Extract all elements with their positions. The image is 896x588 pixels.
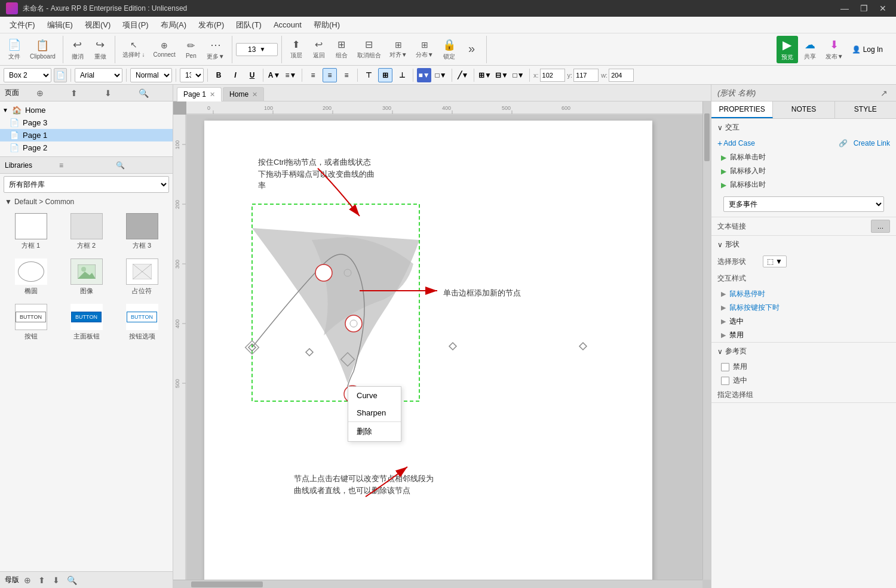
search-page-button[interactable]: 🔍 <box>136 87 168 99</box>
align-button[interactable]: ⊞ 对齐▼ <box>386 38 411 61</box>
ref-selected-checkbox[interactable] <box>721 377 729 385</box>
w-input[interactable] <box>609 69 634 82</box>
padding-button[interactable]: □▼ <box>511 68 526 82</box>
menu-project[interactable]: 项目(P) <box>118 18 153 32</box>
login-button[interactable]: 👤 Log In <box>848 44 886 56</box>
shape-section-header[interactable]: ∨ 形状 <box>711 236 896 253</box>
context-menu-sharpen[interactable]: Sharpen <box>348 404 401 421</box>
context-menu[interactable]: Curve Sharpen 删除 <box>348 386 401 442</box>
connect-button[interactable]: ⊕ Connect <box>150 39 179 60</box>
undo-button[interactable]: ↩ 撤消 <box>67 36 88 63</box>
widget-placeholder[interactable]: 占位符 <box>116 256 168 298</box>
canvas-scrollbar-horizontal[interactable] <box>173 580 702 588</box>
masters-up-button[interactable]: ⬆ <box>36 574 48 586</box>
back-button[interactable]: ↩ 返回 <box>308 37 330 61</box>
ref-disabled-checkbox[interactable] <box>721 363 729 371</box>
fill-color-button[interactable]: ■▼ <box>417 68 431 82</box>
to-top-button[interactable]: ⬆ 顶层 <box>286 37 307 61</box>
style-mousedown[interactable]: ▶ 鼠标按键按下时 <box>711 301 896 315</box>
list-button[interactable]: ≡▼ <box>284 68 298 82</box>
menu-publish[interactable]: 发布(P) <box>194 18 229 32</box>
more-events-select[interactable]: 更多事件 <box>723 196 884 212</box>
shape-select-button[interactable]: ⬚ ▼ <box>763 255 787 267</box>
distribute-button[interactable]: ⊞ 分布▼ <box>412 38 437 61</box>
event-mouse-out[interactable]: ▶ 鼠标移出时 <box>711 178 896 192</box>
widget-image[interactable]: 图像 <box>60 256 112 298</box>
masters-search-button[interactable]: 🔍 <box>65 574 79 586</box>
widget-ellipse[interactable]: 椭圆 <box>5 256 57 298</box>
scroll-thumb-h[interactable] <box>191 581 263 587</box>
style-hover[interactable]: ▶ 鼠标悬停时 <box>711 287 896 301</box>
menu-team[interactable]: 团队(T) <box>231 18 266 32</box>
widget-name-select[interactable]: Box 2 <box>4 68 51 82</box>
page-home[interactable]: ▼ 🏠 Home <box>0 104 173 116</box>
masters-add-button[interactable]: ⊕ <box>22 574 33 586</box>
text-link-button[interactable]: … <box>871 220 890 233</box>
canvas-content[interactable]: 0 100 200 300 400 500 600 <box>173 101 711 588</box>
lib-dropdown[interactable]: 所有部件库 <box>4 176 169 193</box>
redo-button[interactable]: ↪ 重做 <box>90 36 111 63</box>
align-center-button[interactable]: ≡ <box>323 68 337 82</box>
lib-menu-button[interactable]: ≡ <box>57 160 111 171</box>
group-button[interactable]: ⊞ 组合 <box>331 37 352 61</box>
page-page1[interactable]: 📄 Page 1 <box>0 129 173 141</box>
widget-box1[interactable]: 方框 1 <box>5 211 57 253</box>
clipboard-button[interactable]: 📋 Clipboard <box>26 37 59 61</box>
style-selected[interactable]: ▶ 选中 <box>711 315 896 328</box>
zoom-selector[interactable]: 13 ▼ <box>236 43 278 56</box>
title-controls[interactable]: — ❐ ✕ <box>837 1 890 16</box>
select-tool-button[interactable]: ↖ 选择时 ↓ <box>119 38 149 61</box>
create-link-button[interactable]: Create Link <box>854 139 890 147</box>
align-right-button[interactable]: ≡ <box>339 68 354 82</box>
publish-button[interactable]: ⬇ 发布▼ <box>822 36 847 63</box>
event-mouse-click[interactable]: ▶ 鼠标单击时 <box>711 150 896 164</box>
tab-page1-close[interactable]: ✕ <box>210 91 215 98</box>
x-input[interactable] <box>540 69 565 82</box>
tab-properties[interactable]: PROPERTIES <box>711 101 773 118</box>
tab-page1[interactable]: Page 1 ✕ <box>177 87 222 101</box>
context-menu-delete[interactable]: 删除 <box>348 422 401 441</box>
underline-button[interactable]: U <box>245 68 259 82</box>
border-color-button[interactable]: □▼ <box>434 68 448 82</box>
tab-home-close[interactable]: ✕ <box>252 91 257 98</box>
widget-box2[interactable]: 方框 2 <box>60 211 112 253</box>
add-case-button[interactable]: + Add Case <box>717 138 755 148</box>
menu-account[interactable]: Account <box>269 19 306 31</box>
masters-down-button[interactable]: ⬇ <box>50 574 62 586</box>
page-up-button[interactable]: ⬆ <box>68 87 100 99</box>
font-size-select[interactable]: 13 <box>180 68 204 82</box>
italic-button[interactable]: I <box>228 68 243 82</box>
lock-button[interactable]: 🔒 锁定 <box>438 36 460 63</box>
font-style-select[interactable]: Normal <box>130 68 172 82</box>
valign-bot-button[interactable]: ⊥ <box>395 68 409 82</box>
event-mouse-over[interactable]: ▶ 鼠标移入时 <box>711 164 896 178</box>
page-down-button[interactable]: ⬇ <box>102 87 134 99</box>
tab-style[interactable]: STYLE <box>835 101 896 118</box>
page-page2[interactable]: 📄 Page 2 <box>0 141 173 154</box>
scroll-thumb-v[interactable] <box>704 113 710 161</box>
inspector-detach-button[interactable]: ↗ <box>878 87 890 99</box>
more-button[interactable]: » <box>461 40 483 59</box>
close-button[interactable]: ✕ <box>876 1 890 16</box>
menu-help[interactable]: 帮助(H) <box>309 18 345 32</box>
canvas-drawing-area[interactable]: 按住Ctrl拖动节点，或者曲线状态下拖动手柄端点可以改变曲线的曲率 单击边框添加… <box>186 115 711 588</box>
widget-box3[interactable]: 方框 3 <box>116 211 168 253</box>
menu-view[interactable]: 视图(V) <box>80 18 115 32</box>
widget-button-default[interactable]: BUTTON 按钮 <box>5 301 57 343</box>
ungroup-button[interactable]: ⊟ 取消组合 <box>354 37 385 61</box>
add-page-button[interactable]: ⊕ <box>34 87 66 99</box>
cols-button[interactable]: ⊞▼ <box>478 68 492 82</box>
style-disabled[interactable]: ▶ 禁用 <box>711 328 896 342</box>
more-tools-button[interactable]: ⋯ 更多▼ <box>203 36 228 63</box>
valign-top-button[interactable]: ⊤ <box>361 68 376 82</box>
font-family-select[interactable]: Arial <box>75 68 122 82</box>
widget-button-outline[interactable]: BUTTON 按钮选项 <box>116 301 168 343</box>
widget-button-blue[interactable]: BUTTON 主面板钮 <box>60 301 112 343</box>
lib-search-button[interactable]: 🔍 <box>113 160 168 171</box>
tab-home[interactable]: Home ✕ <box>223 87 264 101</box>
bold-button[interactable]: B <box>211 68 226 82</box>
text-color-button[interactable]: A▼ <box>267 68 281 82</box>
share-button[interactable]: ☁ 共享 <box>799 36 821 63</box>
canvas-scrollbar-vertical[interactable] <box>702 101 711 580</box>
menu-file[interactable]: 文件(F) <box>5 18 40 32</box>
